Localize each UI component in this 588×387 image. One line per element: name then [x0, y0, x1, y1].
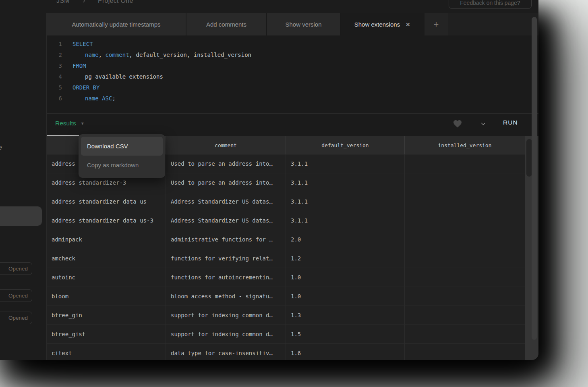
table-row: adminpackadministrative functions for …2…	[47, 230, 525, 249]
run-options-button[interactable]	[479, 121, 488, 128]
table-row: btree_gistsupport for indexing common d……	[47, 325, 525, 344]
code-line: 5 ORDER BY	[47, 82, 538, 93]
code-line: 2 name, comment, default_version, instal…	[47, 50, 538, 60]
status-badge: Opened	[0, 289, 32, 302]
plus-icon: +	[434, 19, 439, 30]
code-line: 1 SELECT	[47, 39, 538, 50]
results-table-body: address_standardizerUsed to parse an add…	[47, 154, 525, 360]
panel-scrollbar-thumb[interactable]	[532, 17, 537, 340]
table-row: citextdata type for case-insensitiv…1.6	[47, 344, 525, 360]
tab-automatically-update-timestamps[interactable]: Automatically update timestamps	[47, 13, 186, 35]
app-window: JSM Project One Feedback on this page? e…	[0, 0, 538, 360]
column-header-default-version[interactable]: default_version	[286, 136, 405, 154]
table-row: btree_ginsupport for indexing common d…1…	[47, 306, 525, 325]
column-header-installed-version[interactable]: installed_version	[405, 136, 525, 154]
column-header-comment[interactable]: comment	[166, 136, 286, 154]
code-line: 6 name ASC;	[47, 93, 538, 104]
run-button[interactable]: RUN	[503, 119, 518, 126]
tab-show-version[interactable]: Show version	[267, 13, 341, 35]
table-row: address_standardizer_data_usAddress Stan…	[47, 192, 525, 211]
chevron-down-icon	[479, 121, 487, 127]
status-badge: Opened	[0, 262, 32, 275]
table-scrollbar-thumb[interactable]	[526, 139, 532, 177]
results-toolbar: Results ▾ RUN	[47, 113, 538, 136]
main-area: Automatically update timestamps Add comm…	[47, 0, 538, 360]
menu-item-copy-as-markdown[interactable]: Copy as markdown	[81, 156, 163, 175]
results-dropdown-trigger[interactable]: Results ▾	[55, 120, 84, 127]
tab-add-comments[interactable]: Add comments	[186, 13, 267, 35]
caret-down-icon: ▾	[81, 121, 84, 126]
table-row: address_standardizer_data_us-3Address St…	[47, 211, 525, 230]
tab-show-extensions[interactable]: Show extensions ×	[341, 13, 424, 35]
favorite-button[interactable]	[453, 119, 463, 129]
menu-item-download-csv[interactable]: Download CSV	[81, 137, 163, 156]
query-tab-bar: Automatically update timestamps Add comm…	[47, 13, 538, 35]
new-tab-button[interactable]: +	[424, 13, 448, 35]
table-row: bloombloom access method - signatu…1.0	[47, 287, 525, 306]
sidebar: e Opened Opened Opened	[0, 13, 47, 360]
sidebar-text-fragment: e	[0, 144, 2, 151]
table-row: autoincfunctions for autoincrementin…1.0	[47, 268, 525, 287]
code-line: 3 FROM	[47, 60, 538, 71]
results-context-menu: Download CSV Copy as markdown	[79, 134, 165, 178]
sql-editor[interactable]: 1 SELECT 2 name, comment, default_versio…	[47, 35, 538, 113]
status-badge: Opened	[0, 312, 32, 324]
table-row: amcheckfunctions for verifying relat…1.2	[47, 249, 525, 268]
screenshot-stage: JSM Project One Feedback on this page? e…	[0, 0, 588, 387]
code-line: 4 pg_available_extensions	[47, 71, 538, 82]
sidebar-selected-item[interactable]	[0, 206, 42, 226]
close-tab-icon[interactable]: ×	[406, 21, 410, 28]
heart-icon	[453, 119, 462, 129]
